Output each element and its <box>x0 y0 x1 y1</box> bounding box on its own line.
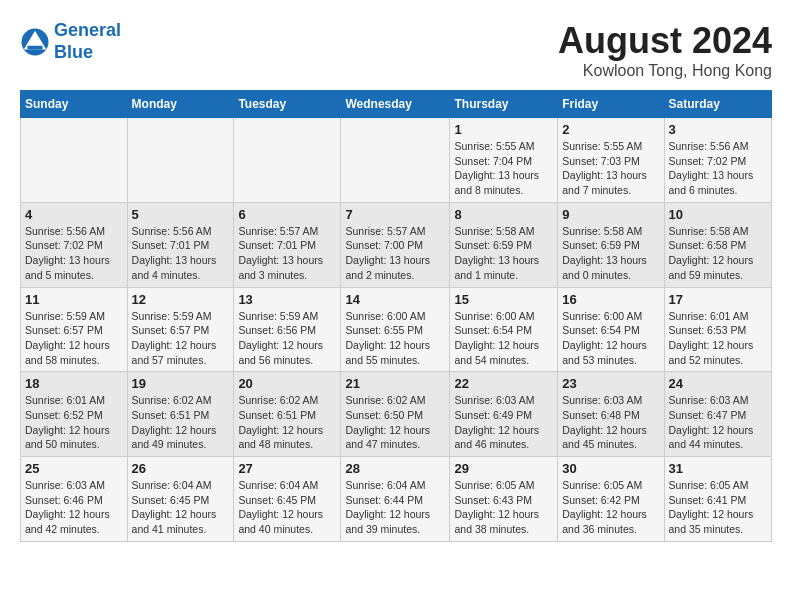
day-number: 12 <box>132 292 230 307</box>
calendar-week-1: 1Sunrise: 5:55 AM Sunset: 7:04 PM Daylig… <box>21 118 772 203</box>
calendar-cell: 29Sunrise: 6:05 AM Sunset: 6:43 PM Dayli… <box>450 457 558 542</box>
day-info: Sunrise: 5:58 AM Sunset: 6:59 PM Dayligh… <box>562 224 659 283</box>
day-number: 14 <box>345 292 445 307</box>
calendar-cell <box>127 118 234 203</box>
col-friday: Friday <box>558 91 664 118</box>
day-number: 10 <box>669 207 767 222</box>
day-number: 6 <box>238 207 336 222</box>
calendar-cell: 14Sunrise: 6:00 AM Sunset: 6:55 PM Dayli… <box>341 287 450 372</box>
day-info: Sunrise: 6:03 AM Sunset: 6:49 PM Dayligh… <box>454 393 553 452</box>
day-number: 26 <box>132 461 230 476</box>
calendar-cell: 2Sunrise: 5:55 AM Sunset: 7:03 PM Daylig… <box>558 118 664 203</box>
calendar-cell: 5Sunrise: 5:56 AM Sunset: 7:01 PM Daylig… <box>127 202 234 287</box>
day-number: 27 <box>238 461 336 476</box>
calendar-cell: 8Sunrise: 5:58 AM Sunset: 6:59 PM Daylig… <box>450 202 558 287</box>
col-sunday: Sunday <box>21 91 128 118</box>
title-block: August 2024 Kowloon Tong, Hong Kong <box>558 20 772 80</box>
day-info: Sunrise: 6:01 AM Sunset: 6:53 PM Dayligh… <box>669 309 767 368</box>
calendar-cell: 17Sunrise: 6:01 AM Sunset: 6:53 PM Dayli… <box>664 287 771 372</box>
day-info: Sunrise: 5:56 AM Sunset: 7:02 PM Dayligh… <box>669 139 767 198</box>
day-number: 31 <box>669 461 767 476</box>
day-number: 3 <box>669 122 767 137</box>
calendar-cell: 27Sunrise: 6:04 AM Sunset: 6:45 PM Dayli… <box>234 457 341 542</box>
calendar-cell <box>234 118 341 203</box>
day-info: Sunrise: 6:04 AM Sunset: 6:45 PM Dayligh… <box>238 478 336 537</box>
day-info: Sunrise: 5:58 AM Sunset: 6:59 PM Dayligh… <box>454 224 553 283</box>
day-info: Sunrise: 5:59 AM Sunset: 6:57 PM Dayligh… <box>132 309 230 368</box>
day-number: 17 <box>669 292 767 307</box>
calendar-week-3: 11Sunrise: 5:59 AM Sunset: 6:57 PM Dayli… <box>21 287 772 372</box>
calendar-cell: 6Sunrise: 5:57 AM Sunset: 7:01 PM Daylig… <box>234 202 341 287</box>
calendar-cell: 9Sunrise: 5:58 AM Sunset: 6:59 PM Daylig… <box>558 202 664 287</box>
calendar-cell: 7Sunrise: 5:57 AM Sunset: 7:00 PM Daylig… <box>341 202 450 287</box>
calendar-cell: 1Sunrise: 5:55 AM Sunset: 7:04 PM Daylig… <box>450 118 558 203</box>
calendar-cell: 4Sunrise: 5:56 AM Sunset: 7:02 PM Daylig… <box>21 202 128 287</box>
day-info: Sunrise: 6:00 AM Sunset: 6:55 PM Dayligh… <box>345 309 445 368</box>
logo-text: General Blue <box>54 20 121 63</box>
day-info: Sunrise: 6:05 AM Sunset: 6:41 PM Dayligh… <box>669 478 767 537</box>
calendar-cell: 25Sunrise: 6:03 AM Sunset: 6:46 PM Dayli… <box>21 457 128 542</box>
calendar-week-5: 25Sunrise: 6:03 AM Sunset: 6:46 PM Dayli… <box>21 457 772 542</box>
day-info: Sunrise: 6:03 AM Sunset: 6:47 PM Dayligh… <box>669 393 767 452</box>
day-info: Sunrise: 6:01 AM Sunset: 6:52 PM Dayligh… <box>25 393 123 452</box>
location: Kowloon Tong, Hong Kong <box>558 62 772 80</box>
day-info: Sunrise: 5:57 AM Sunset: 7:01 PM Dayligh… <box>238 224 336 283</box>
day-info: Sunrise: 6:04 AM Sunset: 6:45 PM Dayligh… <box>132 478 230 537</box>
calendar-table: Sunday Monday Tuesday Wednesday Thursday… <box>20 90 772 542</box>
day-number: 23 <box>562 376 659 391</box>
day-info: Sunrise: 5:55 AM Sunset: 7:04 PM Dayligh… <box>454 139 553 198</box>
day-number: 21 <box>345 376 445 391</box>
day-number: 25 <box>25 461 123 476</box>
day-number: 28 <box>345 461 445 476</box>
day-number: 9 <box>562 207 659 222</box>
day-number: 19 <box>132 376 230 391</box>
day-number: 15 <box>454 292 553 307</box>
day-number: 4 <box>25 207 123 222</box>
calendar-cell: 21Sunrise: 6:02 AM Sunset: 6:50 PM Dayli… <box>341 372 450 457</box>
day-info: Sunrise: 5:59 AM Sunset: 6:56 PM Dayligh… <box>238 309 336 368</box>
calendar-cell: 16Sunrise: 6:00 AM Sunset: 6:54 PM Dayli… <box>558 287 664 372</box>
day-info: Sunrise: 6:04 AM Sunset: 6:44 PM Dayligh… <box>345 478 445 537</box>
calendar-cell: 28Sunrise: 6:04 AM Sunset: 6:44 PM Dayli… <box>341 457 450 542</box>
day-number: 8 <box>454 207 553 222</box>
day-info: Sunrise: 5:56 AM Sunset: 7:01 PM Dayligh… <box>132 224 230 283</box>
page-header: General Blue August 2024 Kowloon Tong, H… <box>20 20 772 80</box>
calendar-week-2: 4Sunrise: 5:56 AM Sunset: 7:02 PM Daylig… <box>21 202 772 287</box>
day-info: Sunrise: 6:02 AM Sunset: 6:51 PM Dayligh… <box>132 393 230 452</box>
calendar-cell <box>21 118 128 203</box>
calendar-week-4: 18Sunrise: 6:01 AM Sunset: 6:52 PM Dayli… <box>21 372 772 457</box>
day-info: Sunrise: 5:57 AM Sunset: 7:00 PM Dayligh… <box>345 224 445 283</box>
day-number: 16 <box>562 292 659 307</box>
calendar-cell: 10Sunrise: 5:58 AM Sunset: 6:58 PM Dayli… <box>664 202 771 287</box>
day-info: Sunrise: 6:05 AM Sunset: 6:43 PM Dayligh… <box>454 478 553 537</box>
col-monday: Monday <box>127 91 234 118</box>
calendar-cell: 13Sunrise: 5:59 AM Sunset: 6:56 PM Dayli… <box>234 287 341 372</box>
day-number: 20 <box>238 376 336 391</box>
day-number: 22 <box>454 376 553 391</box>
calendar-cell: 23Sunrise: 6:03 AM Sunset: 6:48 PM Dayli… <box>558 372 664 457</box>
day-info: Sunrise: 6:03 AM Sunset: 6:48 PM Dayligh… <box>562 393 659 452</box>
day-number: 24 <box>669 376 767 391</box>
col-wednesday: Wednesday <box>341 91 450 118</box>
calendar-cell: 20Sunrise: 6:02 AM Sunset: 6:51 PM Dayli… <box>234 372 341 457</box>
day-number: 11 <box>25 292 123 307</box>
calendar-cell: 12Sunrise: 5:59 AM Sunset: 6:57 PM Dayli… <box>127 287 234 372</box>
day-info: Sunrise: 6:03 AM Sunset: 6:46 PM Dayligh… <box>25 478 123 537</box>
day-info: Sunrise: 6:02 AM Sunset: 6:51 PM Dayligh… <box>238 393 336 452</box>
day-number: 13 <box>238 292 336 307</box>
calendar-cell: 22Sunrise: 6:03 AM Sunset: 6:49 PM Dayli… <box>450 372 558 457</box>
calendar-cell: 30Sunrise: 6:05 AM Sunset: 6:42 PM Dayli… <box>558 457 664 542</box>
day-number: 29 <box>454 461 553 476</box>
calendar-cell <box>341 118 450 203</box>
day-number: 30 <box>562 461 659 476</box>
month-title: August 2024 <box>558 20 772 62</box>
calendar-cell: 24Sunrise: 6:03 AM Sunset: 6:47 PM Dayli… <box>664 372 771 457</box>
day-info: Sunrise: 6:00 AM Sunset: 6:54 PM Dayligh… <box>562 309 659 368</box>
calendar-cell: 26Sunrise: 6:04 AM Sunset: 6:45 PM Dayli… <box>127 457 234 542</box>
calendar-cell: 15Sunrise: 6:00 AM Sunset: 6:54 PM Dayli… <box>450 287 558 372</box>
days-header-row: Sunday Monday Tuesday Wednesday Thursday… <box>21 91 772 118</box>
svg-rect-2 <box>28 45 43 49</box>
day-info: Sunrise: 5:56 AM Sunset: 7:02 PM Dayligh… <box>25 224 123 283</box>
logo: General Blue <box>20 20 121 63</box>
day-info: Sunrise: 5:59 AM Sunset: 6:57 PM Dayligh… <box>25 309 123 368</box>
